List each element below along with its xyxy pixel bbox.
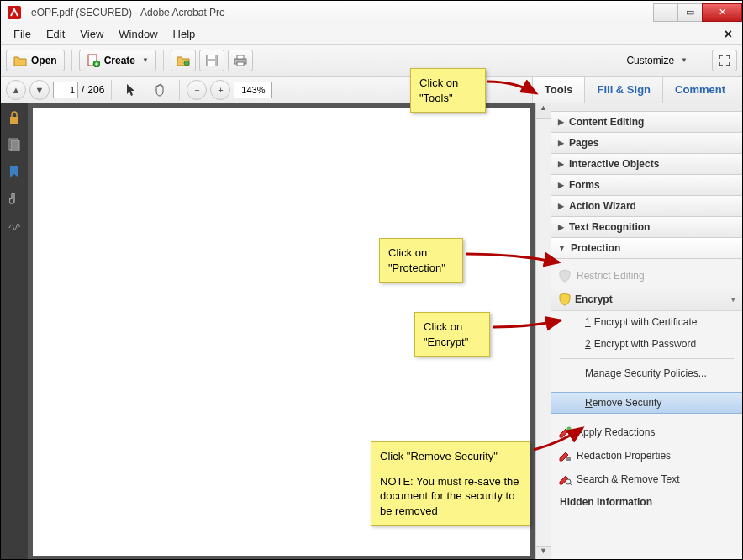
caret-right-icon: ▶: [558, 223, 564, 231]
zoom-input[interactable]: [234, 82, 272, 98]
section-pages[interactable]: ▶Pages: [551, 132, 742, 154]
svg-rect-12: [11, 140, 19, 151]
caret-right-icon: ▶: [558, 202, 564, 210]
caret-down-icon: ▼: [558, 244, 566, 252]
zoom-out-button[interactable]: −: [187, 80, 207, 100]
titlebar: eOPF.pdf (SECURED) - Adobe Acrobat Pro ─…: [1, 1, 742, 24]
item-remove-security[interactable]: Remove Security: [551, 392, 742, 414]
caret-right-icon: ▶: [558, 181, 564, 189]
redaction-apply-icon: [558, 425, 572, 439]
tab-comment[interactable]: Comment: [662, 77, 737, 103]
svg-point-3: [184, 61, 189, 66]
caret-right-icon: ▶: [558, 118, 564, 126]
fullscreen-button[interactable]: [712, 50, 737, 71]
document-close-icon[interactable]: ×: [719, 27, 737, 42]
protection-content: Restrict Editing Encrypt ▾ 1Encrypt with…: [551, 259, 742, 515]
svg-point-13: [567, 427, 572, 431]
printer-icon: [234, 55, 247, 66]
zoom-in-button[interactable]: +: [210, 80, 230, 100]
scroll-down-icon[interactable]: ▼: [536, 546, 551, 560]
lock-icon[interactable]: [7, 110, 22, 125]
item-redaction-properties[interactable]: Redaction Properties: [551, 444, 742, 468]
caret-right-icon: ▶: [558, 160, 564, 168]
print-button[interactable]: [228, 50, 253, 71]
left-sidebar: [1, 103, 28, 560]
tab-tools[interactable]: Tools: [532, 77, 585, 103]
scroll-up-icon[interactable]: ▲: [536, 103, 551, 119]
svg-rect-6: [208, 61, 215, 66]
attachment-icon[interactable]: [7, 191, 22, 206]
svg-rect-8: [237, 55, 244, 59]
nav-toolbar: ▲ ▼ / 206 − + Tools Fill & Sign Comment: [1, 77, 742, 103]
callout-protection: Click on "Protection": [379, 238, 463, 283]
svg-rect-10: [10, 117, 18, 124]
cursor-icon: [125, 83, 137, 97]
create-label: Create: [104, 55, 135, 66]
redaction-props-icon: [558, 449, 572, 462]
section-text-recognition[interactable]: ▶Text Recognition: [551, 216, 742, 238]
section-interactive-objects[interactable]: ▶Interactive Objects: [551, 153, 742, 175]
hand-icon: [154, 83, 166, 97]
tools-panel: ▶Content Editing ▶Pages ▶Interactive Obj…: [551, 103, 742, 560]
customize-label: Customize: [626, 55, 674, 66]
shield-icon: [558, 269, 572, 283]
item-encrypt[interactable]: Encrypt ▾: [551, 288, 742, 311]
item-restrict-editing: Restrict Editing: [551, 264, 742, 288]
acrobat-icon: [4, 4, 24, 21]
menu-view[interactable]: View: [72, 26, 111, 42]
open-button[interactable]: Open: [6, 50, 65, 71]
section-forms[interactable]: ▶Forms: [551, 174, 742, 196]
chevron-down-icon: ▾: [731, 295, 735, 304]
menu-file[interactable]: File: [6, 26, 39, 42]
save-icon: [206, 55, 218, 66]
page-total: 206: [87, 84, 104, 96]
page-up-button[interactable]: ▲: [6, 80, 26, 100]
page-number-input[interactable]: [53, 82, 78, 98]
folder-icon: [177, 55, 190, 66]
close-button[interactable]: ✕: [702, 3, 742, 22]
section-protection[interactable]: ▼Protection: [551, 237, 742, 259]
folder-button[interactable]: [171, 50, 196, 71]
maximize-button[interactable]: ▭: [677, 3, 703, 22]
create-pdf-icon: [87, 54, 100, 67]
svg-rect-9: [237, 62, 244, 66]
fullscreen-icon: [719, 55, 730, 66]
main-toolbar: Open Create ▼ Customize ▼: [1, 45, 742, 77]
section-content-editing[interactable]: ▶Content Editing: [551, 111, 742, 133]
signatures-icon[interactable]: [7, 218, 22, 233]
save-button[interactable]: [199, 50, 224, 71]
separator: [560, 388, 734, 388]
callout-tools: Click on "Tools": [410, 68, 486, 113]
customize-button[interactable]: Customize ▼: [619, 50, 694, 71]
caret-right-icon: ▶: [558, 139, 564, 147]
dropdown-icon: ▼: [142, 56, 149, 64]
menu-help[interactable]: Help: [166, 26, 203, 42]
section-action-wizard[interactable]: ▶Action Wizard: [551, 195, 742, 217]
hidden-info-header: Hidden Information: [551, 491, 742, 510]
dropdown-icon: ▼: [681, 56, 688, 64]
separator: [560, 358, 734, 359]
menu-window[interactable]: Window: [111, 26, 165, 42]
item-apply-redactions[interactable]: Apply Redactions: [551, 420, 742, 444]
minimize-button[interactable]: ─: [653, 3, 678, 22]
menubar: File Edit View Window Help ×: [1, 24, 742, 45]
bookmark-icon[interactable]: [7, 164, 22, 179]
thumbnails-icon[interactable]: [7, 137, 22, 152]
page-down-button[interactable]: ▼: [29, 80, 50, 100]
svg-rect-14: [566, 457, 571, 461]
scrollbar[interactable]: ▲ ▼: [535, 103, 551, 560]
tab-fill-sign[interactable]: Fill & Sign: [584, 77, 662, 103]
svg-rect-5: [208, 55, 215, 59]
select-tool-button[interactable]: [119, 79, 144, 101]
menu-edit[interactable]: Edit: [39, 26, 72, 42]
item-search-remove-text[interactable]: Search & Remove Text: [551, 468, 742, 491]
item-encrypt-certificate[interactable]: 1Encrypt with Certificate: [551, 311, 742, 333]
item-encrypt-password[interactable]: 2Encrypt with Password: [551, 333, 742, 355]
hand-tool-button[interactable]: [147, 79, 172, 101]
window-title: eOPF.pdf (SECURED) - Adobe Acrobat Pro: [31, 7, 225, 18]
shield-lock-icon: [558, 293, 572, 306]
item-manage-policies[interactable]: Manage Security Policies...: [551, 362, 742, 384]
create-button[interactable]: Create ▼: [79, 50, 156, 71]
search-remove-icon: [558, 473, 572, 486]
callout-encrypt: Click on "Encrypt": [414, 312, 490, 357]
